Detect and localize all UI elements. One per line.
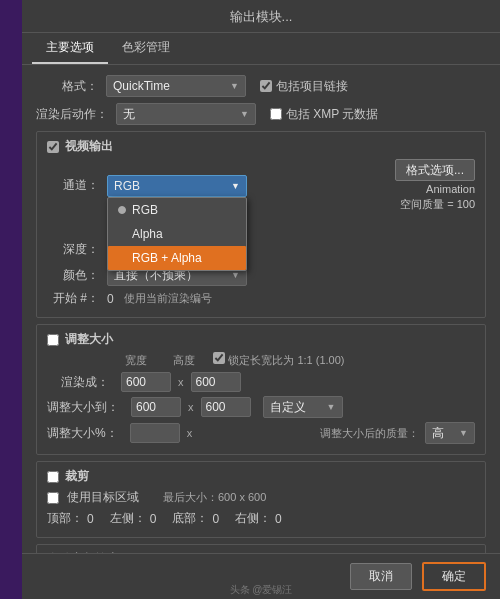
content-area: 格式： QuickTime ▼ 包括项目链接 渲染后动作： 无 ▼ [22, 65, 500, 553]
channel-row: 通道： RGB ▼ RGB [47, 159, 475, 212]
render-post-label: 渲染后动作： [36, 106, 116, 123]
lock-ratio-checkbox[interactable] [213, 352, 225, 364]
resize-pct-row: 调整大小%： x 调整大小后的质量： 高 ▼ [47, 422, 475, 444]
start-row: 开始 #： 0 使用当前渲染编号 [47, 290, 475, 307]
include-xmp-checkbox[interactable] [270, 108, 282, 120]
render-post-row: 渲染后动作： 无 ▼ 包括 XMP 元数据 [36, 103, 486, 125]
resize-section: 调整大小 宽度 高度 锁定长宽比为 1:1 (1.00) 渲染成： x [36, 324, 486, 455]
crop-values-row: 顶部： 0 左侧： 0 底部： 0 右侧： 0 [47, 510, 475, 527]
tab-main[interactable]: 主要选项 [32, 33, 108, 64]
start-note: 使用当前渲染编号 [124, 291, 212, 306]
resize-down-w-input[interactable] [131, 397, 181, 417]
quality-label: 空间质量 = 100 [400, 197, 475, 212]
channel-dropdown: RGB Alpha RGB + Alpha [107, 197, 247, 271]
crop-section: 裁剪 使用目标区域 最后大小：600 x 600 顶部： 0 左侧： 0 底部：… [36, 461, 486, 538]
resize-quality-label: 调整大小后的质量： [320, 426, 419, 441]
crop-checkbox[interactable] [47, 471, 59, 483]
start-value: 0 [107, 292, 114, 306]
lock-ratio-label: 锁定长宽比为 1:1 (1.00) [228, 354, 344, 366]
crop-left-value: 0 [150, 512, 157, 526]
tabs-bar: 主要选项 色彩管理 [22, 33, 500, 65]
crop-top-label: 顶部： [47, 510, 83, 527]
include-xmp-label: 包括 XMP 元数据 [286, 106, 378, 123]
include-project-link-label: 包括项目链接 [276, 78, 348, 95]
crop-right-label: 右侧： [235, 510, 271, 527]
color-label: 颜色： [47, 267, 107, 284]
format-row: 格式： QuickTime ▼ 包括项目链接 [36, 75, 486, 97]
use-target-checkbox[interactable] [47, 492, 59, 504]
tab-color[interactable]: 色彩管理 [108, 33, 184, 64]
audio-title: 自动音频输出 [47, 551, 119, 553]
resize-title: 调整大小 [65, 331, 113, 348]
resize-down-row: 调整大小到： x 自定义 ▼ [47, 396, 475, 418]
crop-right-value: 0 [275, 512, 282, 526]
channel-select[interactable]: RGB ▼ [107, 175, 247, 197]
width-header: 宽度 [121, 353, 151, 368]
crop-left-label: 左侧： [110, 510, 146, 527]
crop-bottom-label: 底部： [172, 510, 208, 527]
resize-header-row: 宽度 高度 锁定长宽比为 1:1 (1.00) [47, 352, 475, 368]
depth-label: 深度： [47, 241, 107, 258]
dropdown-item-rgb[interactable]: RGB [108, 198, 246, 222]
render-h-input[interactable] [191, 372, 241, 392]
channel-label: 通道： [47, 177, 107, 194]
resize-checkbox[interactable] [47, 334, 59, 346]
resize-type-select[interactable]: 自定义 ▼ [263, 396, 343, 418]
crop-title: 裁剪 [65, 468, 89, 485]
crop-use-row: 使用目标区域 最后大小：600 x 600 [47, 489, 475, 506]
format-select[interactable]: QuickTime ▼ [106, 75, 246, 97]
crop-top-value: 0 [87, 512, 94, 526]
dialog-title: 输出模块... [22, 0, 500, 33]
video-output-title: 视频输出 [65, 138, 113, 155]
use-target-label: 使用目标区域 [67, 489, 139, 506]
height-header: 高度 [169, 353, 199, 368]
resize-quality-select[interactable]: 高 ▼ [425, 422, 475, 444]
resize-down-h-input[interactable] [201, 397, 251, 417]
video-output-section: 视频输出 通道： RGB ▼ RGB [36, 131, 486, 318]
video-format-options-btn[interactable]: 格式选项... [395, 159, 475, 181]
start-label: 开始 #： [47, 290, 107, 307]
dropdown-item-rgba[interactable]: RGB + Alpha [108, 246, 246, 270]
render-label: 渲染成： [47, 374, 117, 391]
resize-down-label: 调整大小到： [47, 399, 127, 416]
render-post-select[interactable]: 无 ▼ [116, 103, 256, 125]
format-label: 格式： [36, 78, 106, 95]
watermark: 头条 @爱锡汪 [22, 581, 500, 599]
dropdown-item-alpha[interactable]: Alpha [108, 222, 246, 246]
radio-rgb [118, 206, 126, 214]
max-size-label: 最后大小：600 x 600 [163, 490, 266, 505]
include-project-link-checkbox[interactable] [260, 80, 272, 92]
render-w-input[interactable] [121, 372, 171, 392]
animation-label: Animation [426, 183, 475, 195]
render-size-row: 渲染成： x [47, 372, 475, 392]
video-output-checkbox[interactable] [47, 141, 59, 153]
audio-section: 自动音频输出 ▼ 只有当合成中含有音频时，才可输出音频。 48.000 kHz … [36, 544, 486, 553]
resize-pct-x-input[interactable] [130, 423, 180, 443]
resize-pct-label: 调整大小%： [47, 425, 126, 442]
crop-bottom-value: 0 [212, 512, 219, 526]
